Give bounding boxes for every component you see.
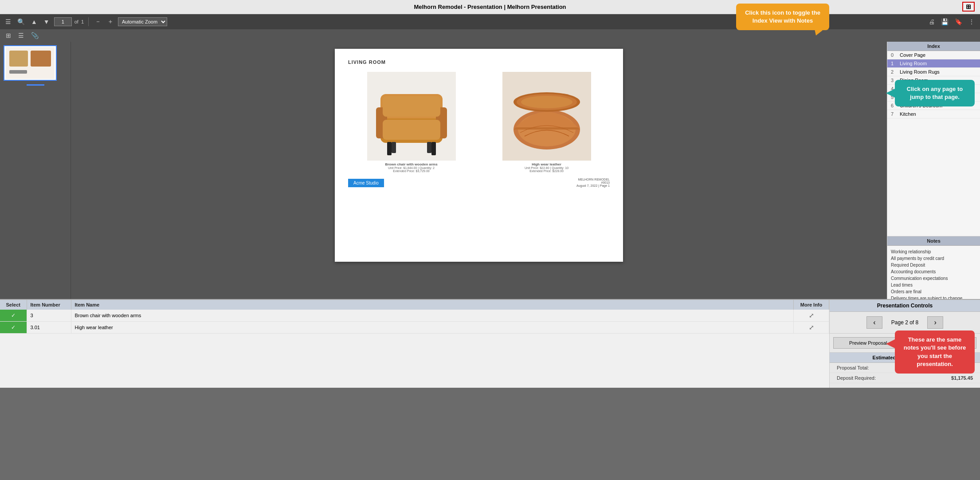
pdf-toolbar: ☰ 🔍 ▲ ▼ of 1 － ＋ Automatic Zoom 50% 75% …: [0, 14, 980, 29]
index-row[interactable]: 7 Kitchen: [887, 110, 980, 118]
more-info-cell[interactable]: ⤢: [794, 322, 829, 334]
svg-rect-9: [383, 96, 440, 117]
col-select: Select: [0, 300, 27, 310]
index-num: 7: [891, 111, 900, 117]
index-row[interactable]: 0 Cover Page: [887, 51, 980, 59]
print-button[interactable]: 🖨: [927, 17, 937, 26]
zoom-select[interactable]: Automatic Zoom 50% 75% 100% 150%: [118, 17, 167, 26]
note-line: Required Deposit: [891, 262, 976, 268]
index-name: Cover Page: [900, 52, 976, 58]
slide-title: LIVING ROOM: [348, 59, 610, 65]
list-view-button[interactable]: ☰: [16, 31, 26, 40]
attachments-button[interactable]: 📎: [29, 31, 41, 40]
prev-page-button[interactable]: ▲: [29, 17, 39, 26]
item-number-cell: 3: [27, 310, 71, 322]
select-cell[interactable]: ✓: [0, 310, 27, 322]
chair-details: Unit Price: $1,844.00 | Quantity: 2 Exte…: [385, 166, 437, 173]
note-line: All payments by credit card: [891, 255, 976, 262]
note-line: Communication expectations: [891, 275, 976, 282]
slide-page: LIVING ROOM: [335, 49, 623, 262]
deposit-label: Deposit Required:: [837, 375, 876, 381]
chair-image-box: [367, 72, 456, 161]
deposit-value: $1,175.45: [951, 375, 973, 381]
item-number-cell: 3.01: [27, 322, 71, 334]
svg-rect-1: [9, 51, 28, 67]
svg-rect-11: [431, 142, 436, 155]
items-table: Select Item Number Item Name More Info ✓…: [0, 300, 829, 334]
index-name: Living Room Rugs: [900, 69, 976, 75]
leather-details: Unit Price: $22.80 | Quantity: 10 Extend…: [525, 166, 568, 173]
acme-studio-button[interactable]: Acme Studio: [348, 179, 384, 187]
zoom-out-button[interactable]: －: [93, 17, 103, 27]
svg-point-18: [521, 96, 572, 108]
slide-footer: Acme Studio MELHORN REMODEL #0013 August…: [348, 178, 610, 187]
thumbnails-view-button[interactable]: ⊞: [4, 31, 13, 40]
window-title: Melhorn Remodel - Presentation | Melhorn…: [414, 4, 566, 10]
col-item-number: Item Number: [27, 300, 71, 310]
index-toggle-icon: ⊞: [966, 3, 971, 10]
expand-icon[interactable]: ⤢: [809, 312, 814, 319]
index-list: 0 Cover Page1 Living Room2 Living Room R…: [887, 51, 980, 236]
svg-rect-8: [383, 120, 440, 140]
sidebar-toggle-button[interactable]: ☰: [4, 17, 13, 26]
index-toggle-button[interactable]: ⊞: [962, 2, 975, 12]
svg-rect-10: [387, 142, 392, 155]
index-name: Living Room: [900, 61, 976, 66]
deposit-row: Deposit Required: $1,175.45: [830, 373, 980, 383]
download-button[interactable]: 💾: [939, 17, 950, 26]
index-name: Kitchen: [900, 111, 976, 117]
note-line: Delivery times are subject to change: [891, 295, 976, 299]
item-name-cell: Brown chair with wooden arms: [71, 310, 794, 322]
thumbnail-preview: [6, 47, 55, 79]
more-tools-button[interactable]: ⋮: [967, 17, 976, 26]
slide-viewer: LIVING ROOM: [71, 42, 887, 299]
notes-content: Working relationshipAll payments by cred…: [887, 246, 980, 299]
note-line: Accounting documents: [891, 268, 976, 275]
index-tooltip-callout: Click on any page to jump to that page.: [895, 80, 975, 106]
index-num: 1: [891, 61, 900, 66]
note-line: Working relationship: [891, 248, 976, 255]
index-header: Index: [887, 42, 980, 51]
index-num: 0: [891, 52, 900, 58]
slide-images: Brown chair with wooden arms Unit Price:…: [348, 72, 610, 173]
leather-image-box: [502, 72, 591, 161]
bookmark-button[interactable]: 🔖: [953, 17, 964, 26]
chair-svg: [367, 72, 456, 161]
notes-header: Notes: [887, 236, 980, 246]
svg-rect-3: [9, 70, 27, 74]
next-slide-button[interactable]: ›: [927, 316, 943, 329]
notes-tooltip-callout: These are the same notes you'll see befo…: [895, 330, 975, 374]
thumbnails-panel: [0, 42, 71, 299]
next-page-button[interactable]: ▼: [42, 17, 51, 26]
controls-header: Presentation Controls: [830, 300, 980, 312]
svg-rect-13: [427, 142, 431, 153]
table-row: ✓ 3 Brown chair with wooden arms ⤢: [0, 310, 829, 322]
sub-toolbar: ⊞ ☰ 📎: [0, 29, 980, 42]
index-row[interactable]: 1 Living Room: [887, 59, 980, 68]
index-num: 2: [891, 69, 900, 75]
thumbnail-item[interactable]: [4, 45, 57, 81]
chair-label: Brown chair with wooden arms Unit Price:…: [385, 162, 437, 173]
zoom-in-button[interactable]: ＋: [106, 17, 115, 27]
col-more-info: More Info: [794, 300, 829, 310]
toggle-tooltip-callout: Click this icon to toggle the Index View…: [736, 4, 829, 30]
page-separator: of: [74, 19, 78, 24]
expand-icon[interactable]: ⤢: [809, 324, 814, 331]
more-info-cell[interactable]: ⤢: [794, 310, 829, 322]
index-row[interactable]: 2 Living Room Rugs: [887, 68, 980, 76]
note-line: Lead times: [891, 282, 976, 288]
leather-svg: [502, 72, 591, 161]
bottom-area: Select Item Number Item Name More Info ✓…: [0, 299, 980, 388]
items-tbody: ✓ 3 Brown chair with wooden arms ⤢ ✓ 3.0…: [0, 310, 829, 334]
item-name-cell: High wear leather: [71, 322, 794, 334]
select-cell[interactable]: ✓: [0, 322, 27, 334]
main-area: LIVING ROOM: [0, 42, 980, 299]
search-button[interactable]: 🔍: [16, 17, 27, 26]
slide-reference: MELHORN REMODEL #0013 August 7, 2022 | P…: [576, 178, 610, 187]
thumb-page-indicator: [27, 84, 44, 86]
page-number-input[interactable]: [54, 17, 72, 26]
col-item-name: Item Name: [71, 300, 794, 310]
prev-slide-button[interactable]: ‹: [866, 316, 882, 329]
slide-page-indicator: Page 2 of 8: [886, 319, 924, 326]
proposal-total-label: Proposal Total:: [837, 365, 869, 370]
